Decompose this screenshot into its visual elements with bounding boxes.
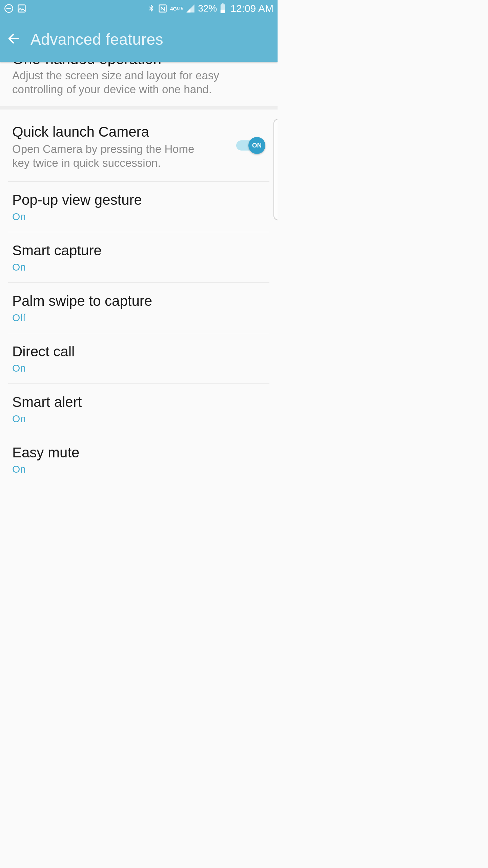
- svg-rect-5: [222, 3, 224, 5]
- setting-direct-call[interactable]: Direct call On: [0, 333, 278, 383]
- clock: 12:09 AM: [230, 3, 273, 14]
- toggle-knob: ON: [248, 137, 265, 154]
- app-bar: Advanced features: [0, 17, 278, 62]
- setting-title: Pop-up view gesture: [12, 192, 265, 208]
- setting-state: Off: [12, 312, 265, 323]
- image-icon: [17, 4, 26, 13]
- setting-title: Quick launch Camera: [12, 124, 265, 140]
- setting-smart-capture[interactable]: Smart capture On: [0, 232, 278, 282]
- setting-easy-mute[interactable]: Easy mute On: [0, 434, 278, 485]
- setting-state: On: [12, 362, 265, 374]
- nfc-icon: [158, 4, 167, 13]
- page-title: Advanced features: [30, 30, 163, 48]
- setting-state: On: [12, 463, 265, 475]
- setting-popup-view-gesture[interactable]: Pop-up view gesture On: [0, 182, 278, 232]
- setting-state: On: [12, 413, 265, 425]
- setting-title: One-handed operation: [12, 62, 265, 66]
- setting-state: On: [12, 211, 265, 222]
- setting-description: Adjust the screen size and layout for ea…: [12, 68, 265, 97]
- network-4g-icon: 4GLTE: [170, 6, 183, 11]
- bluetooth-icon: [147, 4, 155, 13]
- setting-title: Palm swipe to capture: [12, 293, 265, 309]
- settings-content: One-handed operation Adjust the screen s…: [0, 62, 278, 488]
- status-right: 4GLTE 32% 12:09 AM: [147, 3, 273, 14]
- do-not-disturb-icon: [4, 4, 14, 13]
- setting-one-handed[interactable]: One-handed operation Adjust the screen s…: [0, 62, 278, 110]
- back-button[interactable]: [7, 32, 21, 47]
- battery-percent: 32%: [198, 3, 217, 14]
- setting-quick-launch-camera[interactable]: Quick launch Camera Open Camera by press…: [0, 110, 278, 182]
- setting-state: On: [12, 261, 265, 273]
- status-bar: 4GLTE 32% 12:09 AM: [0, 0, 278, 17]
- setting-palm-swipe-to-capture[interactable]: Palm swipe to capture Off: [0, 283, 278, 333]
- svg-rect-2: [18, 5, 25, 12]
- signal-icon: [186, 4, 195, 13]
- setting-title: Smart capture: [12, 242, 265, 259]
- toggle-quick-launch-camera[interactable]: ON: [236, 137, 265, 154]
- settings-list: Quick launch Camera Open Camera by press…: [0, 110, 278, 485]
- setting-description: Open Camera by pressing the Home key twi…: [12, 142, 202, 170]
- setting-title: Direct call: [12, 343, 265, 360]
- battery-icon: [220, 3, 226, 14]
- status-left: [4, 4, 26, 13]
- setting-smart-alert[interactable]: Smart alert On: [0, 384, 278, 434]
- setting-title: Smart alert: [12, 394, 265, 410]
- setting-title: Easy mute: [12, 445, 265, 461]
- svg-rect-6: [221, 10, 225, 13]
